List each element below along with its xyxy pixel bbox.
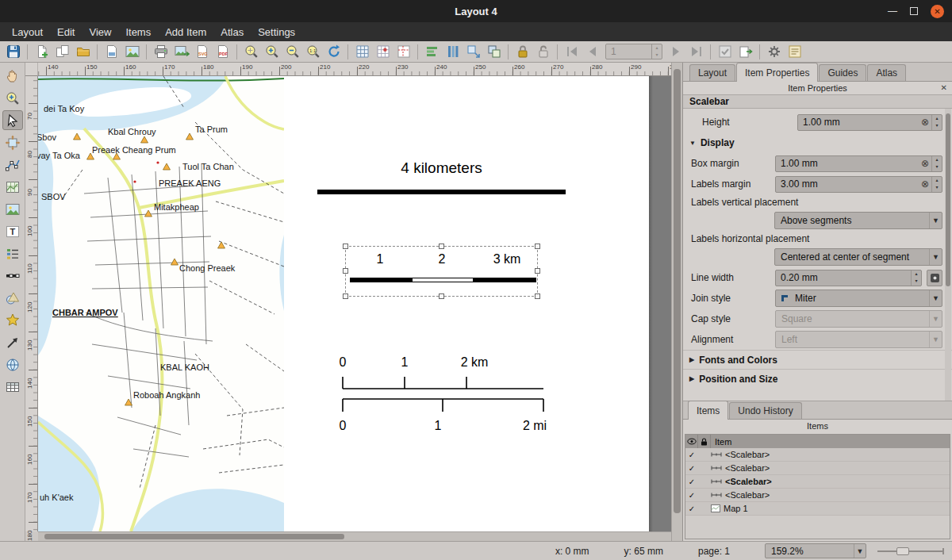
add-legend-button[interactable] <box>2 244 23 263</box>
spinner-arrows[interactable]: ▴▾ <box>651 44 662 59</box>
save-project-button[interactable] <box>3 42 23 61</box>
show-grid-button[interactable] <box>352 42 372 61</box>
item-row[interactable]: ✓<Scalebar> <box>685 448 950 462</box>
add-html-button[interactable] <box>2 355 23 374</box>
zoom-tool-button[interactable] <box>2 88 23 108</box>
scalebar-single-bar[interactable] <box>317 190 566 194</box>
export-as-image-button[interactable] <box>171 42 191 61</box>
resize-handle[interactable] <box>343 244 348 249</box>
visibility-checkbox[interactable]: ✓ <box>685 451 698 459</box>
canvas-horizontal-scrollbar[interactable] <box>38 531 671 541</box>
zoom-slider[interactable] <box>877 545 944 558</box>
close-icon[interactable]: ✕ <box>931 5 944 18</box>
alignment-dropdown[interactable]: Left ▼ <box>775 331 942 348</box>
preview-atlas-button[interactable] <box>715 42 735 61</box>
display-section-header[interactable]: ▼ Display <box>683 132 952 153</box>
visibility-checkbox[interactable]: ✓ <box>685 504 698 513</box>
resize-items-button[interactable] <box>463 42 483 61</box>
menu-layout[interactable]: Layout <box>5 24 50 40</box>
save-as-template-button[interactable] <box>102 42 121 61</box>
zoom-level-combobox[interactable]: 159.2% ▼ <box>765 543 866 558</box>
group-items-button[interactable] <box>484 42 504 61</box>
edit-nodes-item-button[interactable] <box>2 155 23 175</box>
ruler-vertical[interactable]: 708090100110120130140150160170180 <box>25 76 38 531</box>
item-row[interactable]: ✓<Scalebar> <box>685 475 950 489</box>
panel-scrollbar[interactable] <box>945 109 951 401</box>
scalebar-segmented-selected[interactable]: 1 2 3 km <box>345 246 538 297</box>
print-layout-button[interactable] <box>151 42 171 61</box>
spinner-arrows[interactable]: ▴▾ <box>931 115 942 130</box>
distribute-items-button[interactable] <box>443 42 463 61</box>
menu-atlas[interactable]: Atlas <box>213 24 251 40</box>
new-layout-button[interactable] <box>32 42 52 61</box>
clear-value-icon[interactable]: ⊗ <box>919 117 931 128</box>
clear-value-icon[interactable]: ⊗ <box>919 158 931 169</box>
labels-vertical-placement-dropdown[interactable]: Above segments ▼ <box>774 212 942 229</box>
scrollbar-thumb[interactable] <box>946 113 950 286</box>
resize-handle[interactable] <box>439 244 444 249</box>
menu-items[interactable]: Items <box>118 24 158 40</box>
page[interactable]: dei Ta KoyKbal ChrouyTa PrumSbovPreaek C… <box>38 76 649 531</box>
atlas-page-spinbox[interactable]: 1▴▾ <box>605 44 662 59</box>
visibility-checkbox[interactable]: ✓ <box>685 464 698 473</box>
export-atlas-button[interactable] <box>735 42 755 61</box>
join-style-dropdown[interactable]: Miter ▼ <box>775 290 942 307</box>
unlock-items-button[interactable] <box>533 42 553 61</box>
resize-handle[interactable] <box>439 293 444 299</box>
zoom-full-button[interactable] <box>241 42 261 61</box>
pan-layout-button[interactable] <box>2 66 23 86</box>
zoom-in-button[interactable] <box>262 42 282 61</box>
maximize-icon[interactable] <box>910 7 918 15</box>
snap-to-grid-button[interactable] <box>373 42 393 61</box>
labels-margin-spinbox[interactable]: 3.00 mm ⊗ ▴▾ <box>775 176 942 193</box>
layout-properties-button[interactable] <box>785 42 804 61</box>
box-margin-spinbox[interactable]: 1.00 mm ⊗ ▴▾ <box>775 155 942 172</box>
select-move-item-button[interactable] <box>2 110 23 130</box>
ruler-horizontal[interactable]: 1401501601701801902002102202302402502602… <box>38 63 671 76</box>
add-arrow-button[interactable] <box>2 332 23 352</box>
position-size-section-header[interactable]: ▶ Position and Size <box>683 369 952 388</box>
resize-handle[interactable] <box>535 244 540 249</box>
atlas-last-button[interactable] <box>686 42 706 61</box>
item-row[interactable]: ✓<Scalebar> <box>685 489 950 502</box>
export-as-pdf-button[interactable]: PDF <box>213 42 232 61</box>
tab-items[interactable]: Items <box>688 401 728 420</box>
atlas-first-button[interactable] <box>562 42 582 61</box>
visibility-checkbox[interactable]: ✓ <box>685 478 698 486</box>
spinner-arrows[interactable]: ▴▾ <box>911 270 921 286</box>
add-scalebar-button[interactable] <box>2 266 23 286</box>
menu-view[interactable]: View <box>82 24 118 40</box>
height-spinbox[interactable]: 1.00 mm ⊗ ▴▾ <box>797 114 942 131</box>
atlas-next-button[interactable] <box>666 42 685 61</box>
panel-close-icon[interactable]: ✕ <box>941 83 947 92</box>
zoom-actual-button[interactable]: 1:1 <box>303 42 323 61</box>
line-width-spinbox[interactable]: 0.20 mm ▴▾ <box>775 270 922 286</box>
data-defined-override-button[interactable] <box>927 270 942 286</box>
tab-guides[interactable]: Guides <box>819 64 866 81</box>
clear-value-icon[interactable]: ⊗ <box>919 178 931 190</box>
menu-edit[interactable]: Edit <box>50 24 82 40</box>
scalebar-double[interactable]: 0 1 2 km 0 1 2 mi <box>338 355 549 444</box>
move-item-content-button[interactable] <box>2 132 23 152</box>
add-label-button[interactable]: T <box>2 221 23 241</box>
scrollbar-thumb[interactable] <box>674 69 681 513</box>
add-picture-button[interactable] <box>2 199 23 219</box>
resize-handle[interactable] <box>535 293 540 299</box>
canvas-vertical-scrollbar[interactable] <box>671 63 682 541</box>
add-marker-button[interactable] <box>2 310 23 330</box>
add-shape-button[interactable] <box>2 288 23 308</box>
resize-handle[interactable] <box>343 268 348 274</box>
align-items-button[interactable] <box>422 42 442 61</box>
cap-style-dropdown[interactable]: Square ▼ <box>775 310 942 328</box>
add-attribute-table-button[interactable] <box>2 377 23 397</box>
layout-canvas[interactable]: dei Ta KoyKbal ChrouyTa PrumSbovPreaek C… <box>38 76 671 531</box>
scalebar-single-label[interactable]: 4 kilometers <box>317 159 566 177</box>
tab-item-properties[interactable]: Item Properties <box>736 63 818 82</box>
duplicate-layout-button[interactable] <box>52 42 72 61</box>
fonts-colors-section-header[interactable]: ▶ Fonts and Colors <box>683 350 952 369</box>
resize-handle[interactable] <box>343 293 348 299</box>
item-row[interactable]: ✓Map 1 <box>685 502 950 516</box>
export-as-svg-button[interactable]: SVG <box>192 42 212 61</box>
resize-handle[interactable] <box>535 268 540 274</box>
atlas-previous-button[interactable] <box>582 42 602 61</box>
